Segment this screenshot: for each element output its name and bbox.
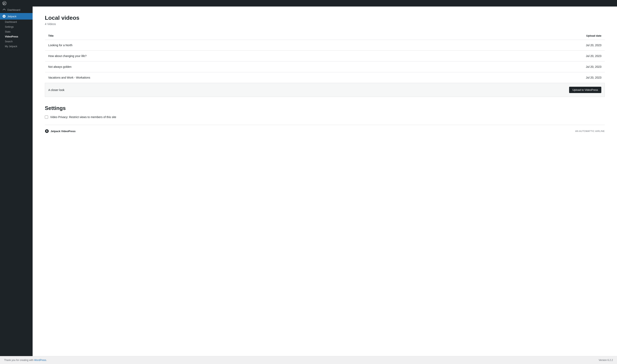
version-text: Version 6.2.2 (599, 359, 613, 362)
videos-table: Title Upload date Looking for a NorthJul… (45, 32, 605, 97)
video-title-cell: Looking for a North (45, 40, 356, 51)
sidebar-dashboard-label: Dashboard (7, 8, 20, 11)
sidebar-search-sub-label: Search (5, 40, 13, 43)
jetpack-shield-icon (45, 129, 49, 133)
video-privacy-setting: Video Privacy: Restrict views to members… (45, 116, 605, 119)
footer-branding: Jetpack VideoPress An Automattic Airline (45, 125, 605, 137)
sidebar-item-stats-sub[interactable]: Stats (2, 29, 33, 34)
sidebar-jetpack-label: Jetpack (7, 15, 16, 18)
sidebar-item-settings-sub[interactable]: Settings (2, 25, 33, 29)
sidebar-dashboard-sub-label: Dashboard (5, 21, 17, 23)
video-date-cell: Upload to VideoPress (356, 83, 605, 97)
sidebar-item-myjetpack-sub[interactable]: My Jetpack (2, 44, 33, 49)
footer-text: Thank you for creating with WordPress. (4, 359, 47, 362)
video-title-cell: A closer look (45, 83, 356, 97)
video-privacy-checkbox[interactable] (45, 116, 48, 119)
dashboard-icon (2, 8, 6, 11)
table-row: Looking for a NorthJul 20, 2023 (45, 40, 605, 51)
sidebar-stats-sub-label: Stats (5, 30, 10, 33)
wordpress-link-text: WordPress (34, 359, 46, 362)
sidebar-item-jetpack[interactable]: Jetpack (0, 13, 33, 20)
main-layout: Dashboard Jetpack Dashboard Settings Sta… (0, 7, 617, 356)
sidebar-item-dashboard[interactable]: Dashboard (0, 7, 33, 13)
sidebar: Dashboard Jetpack Dashboard Settings Sta… (0, 7, 33, 356)
main-content-area: Local videos 4 Videos Title Upload date … (33, 7, 617, 356)
sidebar-item-videopress-sub[interactable]: VideoPress (2, 34, 33, 39)
table-row: Vacations and Work - WorkationsJul 20, 2… (45, 72, 605, 83)
table-header-row: Title Upload date (45, 32, 605, 40)
sidebar-item-search-sub[interactable]: Search (2, 39, 33, 44)
video-date-cell: Jul 20, 2023 (356, 62, 605, 72)
video-title-cell: Vacations and Work - Workations (45, 72, 356, 83)
admin-bar (0, 0, 617, 7)
page-title: Local videos (45, 15, 605, 21)
brand-text: Jetpack VideoPress (51, 130, 76, 133)
sidebar-settings-sub-label: Settings (5, 26, 14, 28)
sidebar-myjetpack-sub-label: My Jetpack (5, 45, 17, 48)
upload-to-videopress-button[interactable]: Upload to VideoPress (569, 87, 601, 93)
video-date-cell: Jul 20, 2023 (356, 40, 605, 51)
date-column-header: Upload date (356, 32, 605, 40)
video-date-cell: Jul 20, 2023 (356, 51, 605, 62)
video-privacy-label: Video Privacy: Restrict views to members… (50, 116, 116, 119)
wordpress-link[interactable]: WordPress (34, 359, 46, 362)
video-date-cell: Jul 20, 2023 (356, 72, 605, 83)
video-title-cell: How about changing your life? (45, 51, 356, 62)
sidebar-item-dashboard-sub[interactable]: Dashboard (2, 20, 33, 25)
jetpack-brand-name: Jetpack VideoPress (45, 129, 76, 133)
table-row: How about changing your life?Jul 20, 202… (45, 51, 605, 62)
jetpack-icon (2, 15, 6, 18)
video-title-cell: Not always golden (45, 62, 356, 72)
page-footer: Thank you for creating with WordPress. V… (0, 356, 617, 364)
title-column-header: Title (45, 32, 356, 40)
settings-section-title: Settings (45, 105, 605, 111)
sidebar-subnav: Dashboard Settings Stats VideoPress Sear… (0, 20, 33, 49)
video-count: 4 Videos (45, 22, 605, 26)
sidebar-videopress-sub-label: VideoPress (5, 35, 18, 38)
wordpress-logo-icon (2, 1, 7, 5)
automattic-text: An Automattic Airline (575, 130, 605, 132)
table-row: Not always goldenJul 20, 2023 (45, 62, 605, 72)
thank-you-text: Thank you for creating with (4, 359, 33, 362)
table-row: A closer lookUpload to VideoPress (45, 83, 605, 97)
